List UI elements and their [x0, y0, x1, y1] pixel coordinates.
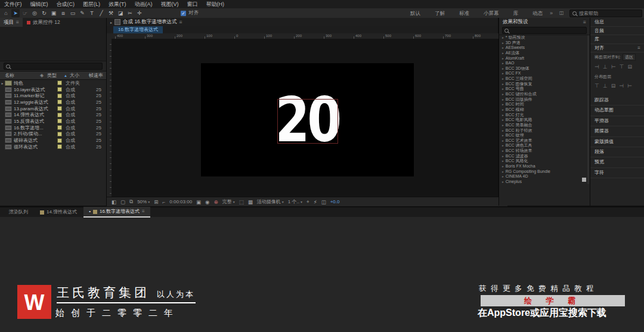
distribute-top-button[interactable]: ⊤ [595, 83, 599, 89]
label-color-chip[interactable] [57, 113, 62, 117]
expander-icon[interactable]: ▸ [502, 143, 504, 148]
tool-button[interactable]: ⧈ [59, 9, 67, 17]
project-row[interactable]: 14.弹性表达式 合成 25 [0, 111, 106, 118]
menu-item[interactable]: 帮助(H) [202, 0, 229, 8]
tab-comp-14[interactable]: 14.弹性表达式 [35, 207, 82, 217]
panel-header[interactable]: 蒙版插值 [590, 137, 644, 147]
tab-render-queue[interactable]: 渲染队列 [4, 207, 33, 217]
tool-button[interactable]: ✂ [126, 9, 134, 17]
viewer-timecode[interactable]: 0:00:03:00 [169, 199, 192, 204]
label-color-chip[interactable] [57, 125, 62, 130]
timeline-button-icon[interactable]: ◫ [321, 199, 326, 205]
effects-panel-title[interactable]: 效果和预设 [503, 18, 528, 26]
tool-button[interactable]: ↻ [40, 9, 48, 17]
column-name[interactable]: 名称 [0, 72, 40, 79]
project-row[interactable]: 13.param表达式 合成 25 [0, 106, 106, 112]
project-row[interactable]: 16.数字递增... 合成 25 [0, 125, 106, 131]
tool-button[interactable]: ✎ [78, 9, 86, 17]
column-framerate[interactable]: 帧速率 [84, 72, 106, 79]
panel-menu-icon[interactable]: ≡ [179, 19, 182, 25]
expander-icon[interactable]: ▸ [502, 86, 504, 92]
align-right-button[interactable]: ⊢ [611, 64, 616, 70]
tool-button[interactable]: ➤ [11, 9, 20, 17]
panel-header[interactable]: 预览 [590, 157, 644, 167]
expander-icon[interactable]: ▸ [502, 133, 504, 138]
effects-category[interactable]: ▸ BCC 调色工具 [499, 143, 590, 148]
label-color-chip[interactable] [57, 94, 62, 98]
resize-grip[interactable] [582, 178, 586, 182]
align-bottom-button[interactable]: ⊟ [627, 64, 632, 70]
effects-category[interactable]: ▸ BCC 简单融合 [499, 123, 590, 128]
expander-icon[interactable]: ▸ [502, 51, 504, 56]
project-row[interactable]: 11.marker标记 合成 25 [0, 92, 106, 99]
tool-button[interactable]: ☞ [21, 9, 29, 17]
expander-icon[interactable]: ▸ [502, 113, 504, 118]
effects-category[interactable]: ▸ BCC 滤波器 [499, 154, 590, 159]
tool-button[interactable]: ⚒ [107, 9, 115, 17]
viewer-tab[interactable]: 16.数字递增表达式 [113, 26, 163, 33]
panel-menu-icon[interactable]: ≡ [637, 44, 640, 52]
chevron-icon[interactable]: ▸ [110, 20, 112, 24]
distribute-bottom-button[interactable]: ⊟ [611, 83, 616, 89]
panel-header[interactable]: 动态草图 [590, 106, 644, 116]
panel-header[interactable]: 库 [590, 35, 644, 44]
column-size[interactable]: 大小 [70, 72, 84, 79]
tab-project[interactable]: 项目 ≡ [0, 18, 23, 27]
effects-category[interactable]: ▸ AtomKraft [499, 56, 590, 61]
menu-item[interactable]: 合成(C) [52, 0, 79, 8]
expander-icon[interactable]: ▸ [502, 92, 504, 97]
effects-category[interactable]: ▸ BCC 旧版插件 [499, 97, 590, 103]
menu-item[interactable]: 文件(F) [0, 0, 26, 8]
label-column-icon[interactable]: ◈ [40, 73, 47, 78]
align-left-button[interactable]: ⊣ [595, 64, 599, 70]
workspace-overflow-chevron-icon[interactable]: » [550, 8, 553, 18]
transparency-grid-icon[interactable]: ▦ [248, 199, 253, 205]
effects-category[interactable]: ▸ Boris FX Mocha [499, 164, 590, 169]
tool-button[interactable]: ✛ [135, 9, 144, 17]
tool-button[interactable]: ◎ [30, 9, 39, 17]
label-color-chip[interactable] [57, 144, 62, 149]
expander-icon[interactable]: ▸ [502, 148, 504, 154]
panel-header[interactable]: 平滑器 [590, 116, 644, 126]
expander-icon[interactable]: ▸ [502, 159, 504, 164]
effects-category[interactable]: ▸ Cineplus [499, 179, 590, 185]
expander-icon[interactable]: ▸ [502, 169, 504, 175]
menu-item[interactable]: 图层(L) [79, 0, 104, 8]
project-row[interactable]: 破碎表达式 合成 25 [0, 137, 106, 144]
workspace-tab[interactable]: 库 [506, 8, 526, 18]
magnification-select[interactable]: 50%▾ [137, 199, 150, 204]
tab-comp-16[interactable]: • 16.数字递增表达式 ≡ [83, 207, 150, 218]
expander-icon[interactable]: ▸ [502, 56, 504, 61]
channels-icon[interactable]: ⊕ [214, 199, 218, 205]
snap-align-toggle[interactable]: ✓ 对齐 [181, 10, 199, 17]
effects-category[interactable]: ▸ AESweets [499, 45, 590, 51]
menu-item[interactable]: 窗口 [183, 0, 202, 8]
label-color-chip[interactable] [57, 119, 62, 123]
expander-icon[interactable]: ▸ [502, 61, 504, 66]
workspace-tab[interactable]: 标准 [452, 8, 476, 18]
expander-icon[interactable]: ▸ [502, 164, 504, 169]
camera-view-select[interactable]: 活动摄像机▾ [257, 198, 284, 205]
shade-view-icon[interactable]: ◧ [112, 199, 116, 205]
effects-category[interactable]: ▸ BCC 纹理 [499, 133, 590, 138]
label-color-chip[interactable] [57, 87, 62, 92]
tool-button[interactable]: T [88, 9, 96, 17]
effects-category[interactable]: ▸ RG Compositing Bundle [499, 169, 590, 175]
expander-icon[interactable]: ▸ [502, 138, 504, 144]
panel-header[interactable]: 段落 [590, 147, 644, 157]
tab-effect-controls[interactable]: 效果控件 12 [23, 18, 64, 27]
effects-category[interactable]: ▸ BCC 时间 [499, 102, 590, 107]
expander-icon[interactable]: ▸ [502, 107, 504, 113]
expander-icon[interactable]: ▸ [502, 174, 504, 179]
panel-menu-icon[interactable]: ≡ [583, 19, 586, 25]
workspace-tab[interactable]: 动态 [525, 8, 550, 18]
tool-button[interactable]: ⌂ [2, 9, 10, 17]
label-color-chip[interactable] [57, 80, 62, 85]
panel-header[interactable]: 字符 [590, 168, 644, 178]
effects-category[interactable]: ▸ AE流体 [499, 51, 590, 56]
project-row[interactable]: 12.wiggle表达式 合成 25 [0, 99, 106, 106]
effects-category[interactable]: ▸ BCC FX [499, 71, 590, 76]
workspace-tab[interactable]: 默认 [403, 8, 428, 18]
align-top-button[interactable]: ⊤ [620, 64, 624, 70]
label-color-chip[interactable] [57, 106, 62, 111]
